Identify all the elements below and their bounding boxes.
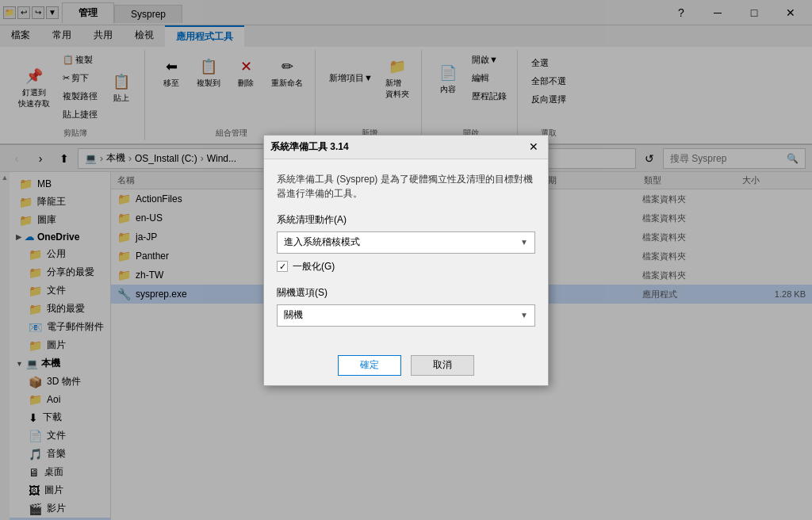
generalize-label: 一般化(G): [293, 260, 335, 273]
dialog-title: 系統準備工具 3.14: [270, 140, 349, 154]
dialog-close-btn[interactable]: ✕: [526, 139, 542, 155]
dialog-buttons: 確定 取消: [264, 346, 548, 385]
system-cleanup-dropdown-arrow: ▼: [520, 238, 528, 247]
dialog-body: 系統準備工具 (Sysprep) 是為了硬體獨立性及清理的目標對機器進行準備的工…: [264, 159, 548, 346]
dialog-description: 系統準備工具 (Sysprep) 是為了硬體獨立性及清理的目標對機器進行準備的工…: [277, 172, 535, 201]
generalize-checkbox[interactable]: ✓: [277, 261, 288, 272]
confirm-btn[interactable]: 確定: [338, 355, 401, 376]
system-cleanup-select[interactable]: 進入系統稽核模式 ▼: [277, 231, 535, 254]
dialog-title-bar: 系統準備工具 3.14 ✕: [264, 136, 548, 159]
shutdown-select[interactable]: 關機 ▼: [277, 304, 535, 327]
shutdown-value: 關機: [284, 308, 303, 322]
shutdown-label: 關機選項(S): [277, 286, 535, 300]
system-cleanup-value: 進入系統稽核模式: [284, 235, 360, 249]
cancel-btn[interactable]: 取消: [411, 355, 474, 376]
shutdown-dropdown-arrow: ▼: [520, 311, 528, 319]
system-cleanup-label: 系統清理動作(A): [277, 213, 535, 227]
sysprep-dialog: 系統準備工具 3.14 ✕ 系統準備工具 (Sysprep) 是為了硬體獨立性及…: [263, 135, 549, 386]
generalize-row: ✓ 一般化(G): [277, 260, 535, 273]
dialog-overlay: 系統準備工具 3.14 ✕ 系統準備工具 (Sysprep) 是為了硬體獨立性及…: [0, 0, 812, 520]
